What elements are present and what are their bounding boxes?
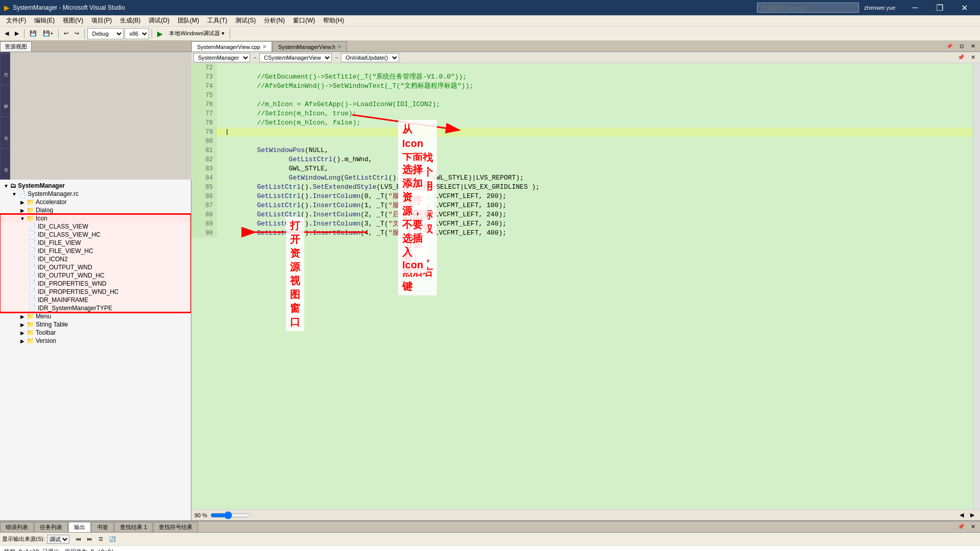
dialog-label: Dialog: [36, 207, 53, 214]
tree-toolbar[interactable]: ▶ 📁 Toolbar: [0, 329, 191, 337]
toolbar-forward[interactable]: ▶: [12, 28, 21, 39]
code-line-76: 76 //m_hIcon = AfxGetApp()->LoadIconW(ID…: [191, 100, 980, 109]
tab-task-list[interactable]: 任务列表: [34, 522, 68, 532]
menu-expander[interactable]: ▶: [18, 314, 27, 319]
menu-build[interactable]: 生成(B): [116, 15, 144, 26]
dialog-expander[interactable]: ▶: [18, 208, 27, 213]
quick-launch-input[interactable]: [757, 3, 859, 13]
menu-file[interactable]: 文件(F): [2, 15, 30, 26]
tree-idi-file-view[interactable]: 📄 IDI_FILE_VIEW: [0, 239, 191, 247]
string-table-expander[interactable]: ▶: [18, 322, 27, 328]
toolbar-expander[interactable]: ▶: [18, 330, 27, 336]
tree-idr-mainframe[interactable]: 📄 IDR_MAINFRAME: [0, 296, 191, 304]
tab-error-list[interactable]: 错误列表: [0, 522, 34, 532]
zoom-slider[interactable]: [210, 512, 251, 519]
code-line-72: 72: [191, 63, 980, 72]
sidebar-btn-1[interactable]: 性: [1, 54, 10, 85]
output-btn-1[interactable]: ⏮: [74, 534, 84, 545]
window-title: SystemManager - Microsoft Visual Studio: [13, 4, 757, 11]
toolbar-save-all[interactable]: 💾+: [40, 28, 56, 39]
output-btn-4[interactable]: 🔄: [107, 534, 118, 545]
tab-h-file[interactable]: SystemManagerView.h ✕: [273, 41, 347, 52]
pin-output-button[interactable]: 📌: [955, 521, 967, 532]
class-dropdown[interactable]: CSystemManagerView: [259, 53, 332, 62]
cpp-tab-close[interactable]: ✕: [262, 44, 266, 49]
run-button[interactable]: ▶: [155, 28, 165, 39]
menu-team[interactable]: 团队(M): [174, 15, 203, 26]
version-expander[interactable]: ▶: [18, 338, 27, 344]
tree-idi-output-wnd[interactable]: 📄 IDI_OUTPUT_WND: [0, 263, 191, 271]
run-local-button[interactable]: 本地Windows调试器 ▾: [166, 28, 227, 39]
platform-dropdown[interactable]: x86 x64: [125, 28, 149, 39]
sidebar-btn-2[interactable]: 解: [1, 86, 10, 116]
accel-expander[interactable]: ▶: [18, 199, 27, 205]
tree-version[interactable]: ▶ 📁 Version: [0, 337, 191, 345]
tree-root[interactable]: ▼ 🗂 SystemManager: [0, 182, 191, 190]
code-editor[interactable]: 72 73 //GetDocument()->SetTitle(_T("系统任务…: [191, 63, 980, 509]
editor-scrollbar-vertical[interactable]: [973, 63, 980, 509]
menu-project[interactable]: 项目(P): [87, 15, 116, 26]
scroll-left-btn[interactable]: ◀: [957, 510, 966, 521]
tab-find-results-1[interactable]: 查找结果 1: [114, 522, 153, 532]
tree-accelerator[interactable]: ▶ 📁 Accelerator: [0, 198, 191, 206]
idr-systemmanagertype-icon: 📄: [29, 305, 36, 312]
output-source-dropdown[interactable]: 调试: [47, 535, 69, 544]
dialog-icon: 📁: [27, 207, 34, 214]
sidebar-btn-3[interactable]: 资: [1, 117, 10, 148]
menu-analyze[interactable]: 分析(N): [260, 15, 289, 26]
string-table-icon: 📁: [27, 321, 34, 328]
method-dropdown[interactable]: OnInitialUpdate(): [341, 53, 399, 62]
tree-idr-systemmanagertype[interactable]: 📄 IDR_SystemManagerTYPE: [0, 304, 191, 312]
tree-icon-folder[interactable]: ▼ 📁 Icon: [0, 214, 191, 222]
close-panel-button[interactable]: ✕: [968, 40, 978, 52]
menu-view[interactable]: 视图(V): [59, 15, 87, 26]
tab-bookmark[interactable]: 书签: [91, 522, 114, 532]
restore-button[interactable]: ❐: [928, 0, 951, 15]
menu-help[interactable]: 帮助(H): [319, 15, 348, 26]
pin-button[interactable]: 📌: [944, 40, 955, 52]
tab-find-symbol[interactable]: 查找符号结果: [153, 522, 198, 532]
tree-idi-properties-wnd-hc[interactable]: 📄 IDI_PROPERTIES_WND_HC: [0, 288, 191, 296]
icon-expander[interactable]: ▼: [18, 216, 27, 221]
menu-window[interactable]: 窗口(W): [289, 15, 319, 26]
tree-menu[interactable]: ▶ 📁 Menu: [0, 312, 191, 320]
tree-rc-file[interactable]: ▼ 📄 SystemManager.rc: [0, 190, 191, 198]
scroll-right-btn[interactable]: ▶: [968, 510, 977, 521]
tree-idi-icon2[interactable]: 📄 IDI_ICON2: [0, 255, 191, 263]
toolbar-redo[interactable]: ↪: [72, 28, 82, 39]
close-button[interactable]: ✕: [952, 0, 976, 15]
output-btn-3[interactable]: ☰: [96, 534, 106, 545]
tab-output[interactable]: 输出: [68, 522, 91, 532]
menu-test[interactable]: 测试(S): [231, 15, 260, 26]
sidebar-btn-4[interactable]: 类: [1, 149, 10, 180]
tree-idi-properties-wnd[interactable]: 📄 IDI_PROPERTIES_WND: [0, 280, 191, 288]
toolbar-undo[interactable]: ↩: [61, 28, 71, 39]
menu-tools[interactable]: 工具(T): [203, 15, 231, 26]
minimize-button[interactable]: ─: [903, 0, 927, 15]
tab-resource-view[interactable]: 资源视图: [0, 41, 32, 52]
tree-idi-file-view-hc[interactable]: 📄 IDI_FILE_VIEW_HC: [0, 247, 191, 255]
tab-cpp-file[interactable]: SystemManagerView.cpp ✕: [191, 41, 272, 52]
tree-idi-output-wnd-hc[interactable]: 📄 IDI_OUTPUT_WND_HC: [0, 271, 191, 280]
toolbar-back[interactable]: ◀: [2, 28, 11, 39]
output-btn-2[interactable]: ⏭: [85, 534, 95, 545]
menu-debug[interactable]: 调试(D): [144, 15, 174, 26]
root-expander[interactable]: ▼: [2, 183, 10, 189]
idi-file-view-label: IDI_FILE_VIEW: [38, 239, 81, 246]
h-tab-close[interactable]: ✕: [337, 44, 341, 49]
tree-idi-class-view-hc[interactable]: 📄 IDI_CLASS_VIEW_HC: [0, 231, 191, 239]
tree-string-table[interactable]: ▶ 📁 String Table: [0, 320, 191, 329]
tree-idi-class-view[interactable]: 📄 IDI_CLASS_VIEW: [0, 222, 191, 231]
rc-expander[interactable]: ▼: [10, 191, 18, 197]
menu-edit[interactable]: 编辑(E): [30, 15, 59, 26]
debug-config-dropdown[interactable]: Debug Release: [87, 28, 124, 39]
main-area: 性 解 资 类 ▼ 🗂 SystemManager ▼ 📄 SystemMana…: [0, 52, 980, 520]
close-editor-button[interactable]: ✕: [968, 52, 978, 63]
editor-tabs-bar: 资源视图 SystemManagerView.cpp ✕ SystemManag…: [0, 41, 980, 52]
float-button[interactable]: ⊡: [957, 40, 966, 52]
pin-editor-button[interactable]: 📌: [955, 52, 967, 63]
toolbar-save[interactable]: 💾: [27, 28, 39, 39]
scope-dropdown[interactable]: SystemManager: [193, 53, 250, 62]
tree-dialog[interactable]: ▶ 📁 Dialog: [0, 206, 191, 214]
close-output-button[interactable]: ✕: [968, 521, 978, 532]
